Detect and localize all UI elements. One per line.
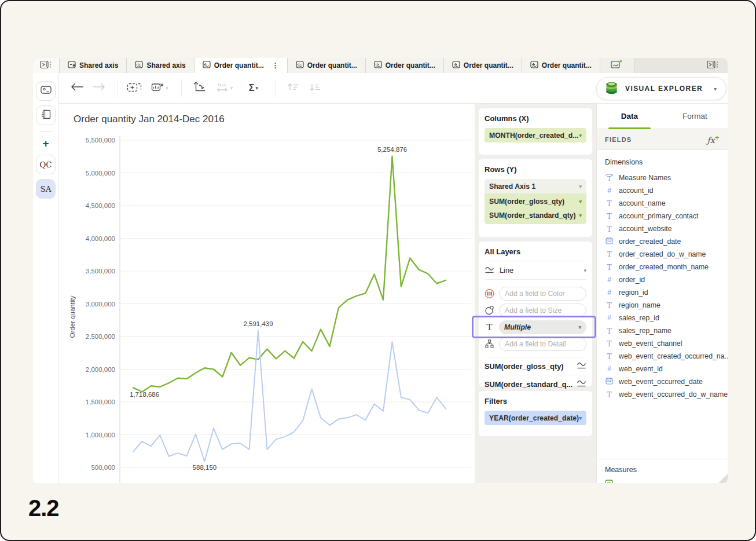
dimension-order_created_date[interactable]: order_created_date — [605, 235, 720, 248]
dimension-web_event_id[interactable]: #web_event_id — [605, 363, 720, 375]
series-line-0[interactable] — [133, 156, 446, 392]
chart-icon — [530, 61, 538, 70]
line-chart[interactable]: 500,0001,000,0001,500,0002,000,0002,500,… — [59, 104, 475, 483]
screenshot-frame: ★Shared axisShared axisOrder quantit...⋮… — [0, 0, 756, 541]
dimension-order_created_month_name[interactable]: Torder_created_month_name — [605, 261, 720, 273]
remove-chart-icon — [151, 82, 164, 94]
back-button[interactable] — [68, 79, 86, 97]
svg-text:2,500,000: 2,500,000 — [86, 333, 115, 340]
field-pill-year-order_created_date-[interactable]: YEAR(order_created_date)▾ — [485, 411, 586, 425]
dimension-sales_rep_name[interactable]: Tsales_rep_name — [605, 324, 720, 337]
duplicate-chart-button[interactable] — [126, 79, 143, 97]
dimension-account_id[interactable]: #account_id — [605, 184, 720, 197]
sort-descending-button[interactable] — [306, 79, 324, 97]
tab-order-quantit-[interactable]: Order quantit... — [366, 58, 444, 73]
dimension-order_id[interactable]: #order_id — [605, 273, 720, 286]
tab-shared-axis[interactable]: ★Shared axis — [60, 58, 127, 73]
page-thumb-sa-active[interactable]: SA — [36, 179, 56, 199]
aggregate-button[interactable]: Σ▾ — [241, 79, 266, 97]
dimension-account_primary_contact[interactable]: Taccount_primary_contact — [605, 210, 720, 222]
svg-text:3,000,000: 3,000,000 — [86, 301, 115, 308]
add-page-button[interactable]: + — [36, 137, 56, 150]
dimensions-section: Dimensions TMeasure Names#account_idTacc… — [597, 150, 728, 401]
tab-shared-axis[interactable]: Shared axis — [127, 58, 194, 73]
visual-explorer-button[interactable]: VISUAL EXPLORER ▾ — [596, 77, 726, 100]
tab-format[interactable]: Format — [662, 104, 728, 129]
left-panel-toggle[interactable] — [33, 58, 60, 73]
chevron-down-icon: ▾ — [579, 199, 582, 204]
dimension-web_event_channel[interactable]: Tweb_event_channel — [605, 337, 720, 350]
tab-menu-icon[interactable]: ⋮ — [272, 61, 279, 70]
dimension-order_created_do_w_name[interactable]: Torder_created_do_w_name — [605, 248, 720, 261]
fields-label: FIELDS — [605, 136, 632, 143]
svg-text:4,500,000: 4,500,000 — [86, 202, 115, 209]
shared-axis-pill[interactable]: Shared Axis 1 ▾ — [485, 179, 586, 193]
line-mark-icon — [485, 266, 494, 275]
forward-button[interactable] — [90, 79, 108, 97]
tab-order-quantit-[interactable]: Order quantit... — [522, 58, 600, 73]
svg-text:1,000,000: 1,000,000 — [86, 432, 115, 438]
chevron-down-icon: ▾ — [579, 415, 582, 421]
svg-text:1,500,000: 1,500,000 — [86, 399, 115, 405]
field-pill-month-order_created_d-[interactable]: MONTH(order_created_d...▾ — [485, 128, 586, 142]
detail-icon — [485, 339, 494, 348]
new-chart-plus-icon — [611, 60, 623, 71]
encoding-row-text: TMultiple▾ — [485, 320, 586, 334]
layer-measure-sum-order_gloss_qty-[interactable]: SUM(order_gloss_qty) — [485, 357, 586, 375]
color-encoding-dropzone[interactable]: Add a field to Color — [499, 287, 586, 301]
chevron-down-icon: ▾ — [579, 184, 582, 189]
right-panel-toggle[interactable] — [699, 58, 728, 73]
notebook-button[interactable] — [36, 105, 56, 125]
text-encoding-value[interactable]: Multiple▾ — [499, 320, 586, 334]
tab-order-quantit-[interactable]: Order quantit... — [444, 58, 522, 73]
dimension-web_event_created_occurred_na-[interactable]: Tweb_event_created_occurred_na... — [605, 350, 720, 363]
fit-axes-icon — [215, 82, 229, 95]
mark-type-select[interactable]: Line ▾ — [485, 261, 586, 280]
dimension-region_name[interactable]: Tregion_name — [605, 299, 720, 312]
measure-field-partial[interactable] — [605, 480, 720, 483]
swap-axes-button[interactable] — [190, 79, 207, 97]
tab-active-order-quantit-[interactable]: Order quantit...⋮ — [194, 58, 288, 73]
field-pill-sum-order_standard_qty-[interactable]: SUM(order_standard_qty)▾ — [485, 209, 586, 222]
add-calculated-field-button[interactable]: ƒx+ — [707, 134, 720, 145]
tab-strip: ★Shared axisShared axisOrder quantit...⋮… — [33, 58, 728, 73]
svg-text:Order quantity: Order quantity — [69, 295, 76, 338]
dimension-region_id[interactable]: #region_id — [605, 286, 720, 299]
dimension-web_event_occurred_do_w_name[interactable]: Tweb_event_occurred_do_w_name — [605, 388, 720, 401]
size-encoding-dropzone[interactable]: Add a field to Size — [499, 304, 586, 317]
tab-order-quantit-[interactable]: Order quantit... — [288, 58, 366, 73]
svg-text:T: T — [607, 175, 611, 181]
page-star-icon: ★ — [68, 61, 76, 70]
dimension-sales_rep_id[interactable]: #sales_rep_id — [605, 312, 720, 324]
fit-axes-button[interactable]: ▾ — [212, 79, 236, 97]
field-pill-sum-order_gloss_qty-[interactable]: SUM(order_gloss_qty)▾ — [485, 195, 586, 209]
series-line-1[interactable] — [133, 331, 446, 462]
presentation-icon — [41, 85, 52, 97]
rows-shelf-title: Rows (Y) — [485, 165, 586, 174]
dimension-account_name[interactable]: Taccount_name — [605, 197, 720, 210]
tab-data[interactable]: Data — [597, 104, 662, 129]
columns-shelf-title: Columns (X) — [485, 114, 586, 123]
remove-chart-button[interactable]: ▾ — [148, 79, 172, 97]
shelf-panel: Columns (X) MONTH(order_created_d...▾ Ro… — [475, 104, 596, 483]
sort-ascending-button[interactable] — [284, 79, 302, 97]
visual-explorer-label: VISUAL EXPLORER — [625, 85, 703, 93]
panel-toggle-icon — [707, 60, 720, 71]
chart-icon — [374, 61, 382, 70]
all-layers-title: All Layers — [485, 246, 586, 261]
dimension-account_website[interactable]: Taccount_website — [605, 222, 720, 235]
detail-encoding-dropzone[interactable]: Add a field to Detail — [499, 337, 586, 351]
dimension-web_event_occurred_date[interactable]: web_event_occurred_date — [605, 375, 720, 388]
chart-icon — [135, 61, 143, 70]
presentation-button[interactable] — [36, 81, 56, 101]
dimension-measure-names[interactable]: TMeasure Names — [605, 171, 720, 184]
line-mark-icon — [577, 379, 586, 389]
layer-measure-sum-order_standard_q-[interactable]: SUM(order_standard_q... — [485, 375, 586, 393]
figure-number-label: 2.2 — [28, 495, 59, 521]
page-thumb-qc[interactable]: QC — [36, 155, 56, 174]
chart-icon — [452, 61, 460, 70]
chart-icon — [203, 61, 211, 70]
new-chart-tab-button[interactable] — [600, 58, 635, 73]
toolbar-divider — [276, 79, 276, 97]
data-sidebar: Data Format FIELDS ƒx+ Dimensions TMeasu… — [596, 104, 728, 483]
